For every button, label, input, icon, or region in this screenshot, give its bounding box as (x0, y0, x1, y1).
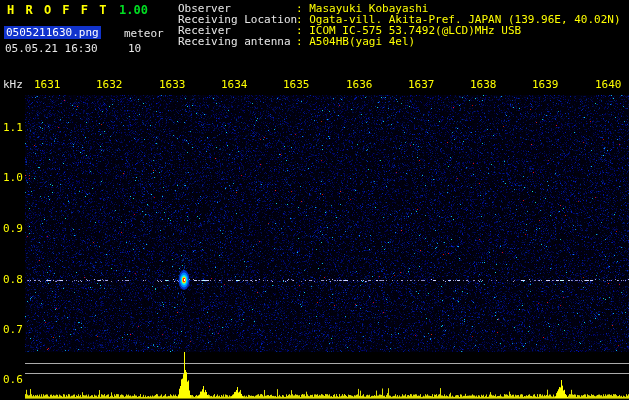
y-tick: 1.0 (3, 172, 23, 183)
info-value: : A504HB(yagi 4el) (296, 35, 415, 48)
info-label: Receiving antenna (178, 36, 296, 47)
app-title: H R O F F T (7, 4, 108, 16)
timestamp: 05.05.21 16:30 (5, 43, 98, 54)
hrofft-window: H R O F F T 1.00 0505211630.png meteor 0… (0, 0, 629, 400)
x-tick: 1639 (532, 79, 559, 90)
x-tick: 1633 (159, 79, 186, 90)
mode-label: meteor (124, 28, 164, 39)
filename-badge: 0505211630.png (4, 26, 101, 39)
x-tick: 1637 (408, 79, 435, 90)
info-row: Receiving antenna: A504HB(yagi 4el) (178, 36, 621, 47)
x-tick: 1635 (283, 79, 310, 90)
x-tick: 1632 (96, 79, 123, 90)
x-tick: 1634 (221, 79, 248, 90)
y-tick: 0.8 (3, 274, 23, 285)
spectrogram-canvas (0, 0, 629, 400)
app-version: 1.00 (119, 4, 148, 16)
y-tick: 0.6 (3, 374, 23, 385)
x-tick: 1638 (470, 79, 497, 90)
y-tick: 0.7 (3, 324, 23, 335)
x-tick: 1631 (34, 79, 61, 90)
x-tick: 1636 (346, 79, 373, 90)
y-tick: 1.1 (3, 122, 23, 133)
station-info: Observer: Masayuki Kobayashi Receiving L… (178, 3, 621, 47)
y-axis-unit-label: kHz (3, 79, 23, 90)
x-tick: 1640 (595, 79, 622, 90)
count-value: 10 (128, 43, 141, 54)
y-tick: 0.9 (3, 223, 23, 234)
